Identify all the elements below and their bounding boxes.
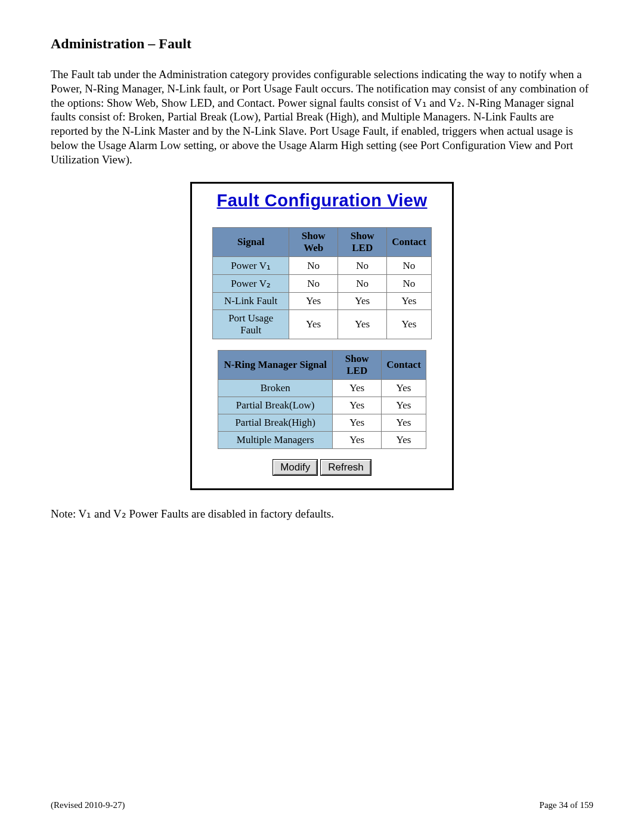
table-header-row: Signal Show Web Show LED Contact [213, 228, 432, 257]
modify-button[interactable]: Modify [273, 460, 317, 475]
cell-show-led: No [338, 275, 387, 293]
table-row: N-Link Fault Yes Yes Yes [213, 293, 432, 310]
table-row: Multiple Managers Yes Yes [218, 432, 426, 449]
col-nring-signal: N-Ring Manager Signal [218, 351, 333, 380]
cell-signal: Multiple Managers [218, 432, 333, 449]
cell-show-led: Yes [338, 310, 387, 339]
cell-show-led: Yes [333, 432, 382, 449]
footer-revised: (Revised 2010-9-27) [51, 800, 125, 810]
page-footer: (Revised 2010-9-27) Page 34 of 159 [51, 800, 593, 810]
panel-title: Fault Configuration View [216, 191, 427, 210]
cell-signal: Power V₂ [213, 275, 289, 293]
cell-contact: No [387, 275, 432, 293]
cell-show-led: Yes [333, 397, 382, 414]
cell-signal: Port Usage Fault [213, 310, 289, 339]
button-row: Modify Refresh [198, 460, 446, 475]
table-row: Partial Break(High) Yes Yes [218, 414, 426, 432]
col-show-led: Show LED [338, 228, 387, 257]
cell-show-led: No [338, 257, 387, 275]
fault-config-panel: Fault Configuration View Signal Show Web… [190, 182, 454, 490]
cell-contact: Yes [382, 414, 426, 432]
table-row: Partial Break(Low) Yes Yes [218, 397, 426, 414]
col-show-led: Show LED [333, 351, 382, 380]
cell-signal: N-Link Fault [213, 293, 289, 310]
refresh-button[interactable]: Refresh [321, 460, 371, 475]
cell-contact: No [387, 257, 432, 275]
cell-contact: Yes [382, 380, 426, 397]
cell-contact: Yes [382, 432, 426, 449]
cell-contact: Yes [387, 293, 432, 310]
cell-show-led: Yes [338, 293, 387, 310]
cell-show-web: Yes [289, 293, 338, 310]
cell-show-led: Yes [333, 380, 382, 397]
cell-signal: Power V₁ [213, 257, 289, 275]
page-heading: Administration – Fault [51, 36, 593, 52]
cell-show-web: No [289, 257, 338, 275]
cell-contact: Yes [387, 310, 432, 339]
cell-contact: Yes [382, 397, 426, 414]
cell-signal: Partial Break(Low) [218, 397, 333, 414]
col-signal: Signal [213, 228, 289, 257]
footer-page: Page 34 of 159 [540, 800, 593, 810]
cell-signal: Partial Break(High) [218, 414, 333, 432]
signal-table: Signal Show Web Show LED Contact Power V… [212, 227, 432, 339]
table-row: Port Usage Fault Yes Yes Yes [213, 310, 432, 339]
nring-table: N-Ring Manager Signal Show LED Contact B… [218, 350, 426, 449]
col-contact: Contact [387, 228, 432, 257]
col-contact: Contact [382, 351, 426, 380]
cell-show-led: Yes [333, 414, 382, 432]
table-row: Power V₁ No No No [213, 257, 432, 275]
table-header-row: N-Ring Manager Signal Show LED Contact [218, 351, 426, 380]
table-row: Broken Yes Yes [218, 380, 426, 397]
table-row: Power V₂ No No No [213, 275, 432, 293]
cell-show-web: No [289, 275, 338, 293]
note-text: Note: V₁ and V₂ Power Faults are disable… [51, 507, 593, 521]
body-paragraph: The Fault tab under the Administration c… [51, 67, 593, 166]
col-show-web: Show Web [289, 228, 338, 257]
cell-show-web: Yes [289, 310, 338, 339]
cell-signal: Broken [218, 380, 333, 397]
